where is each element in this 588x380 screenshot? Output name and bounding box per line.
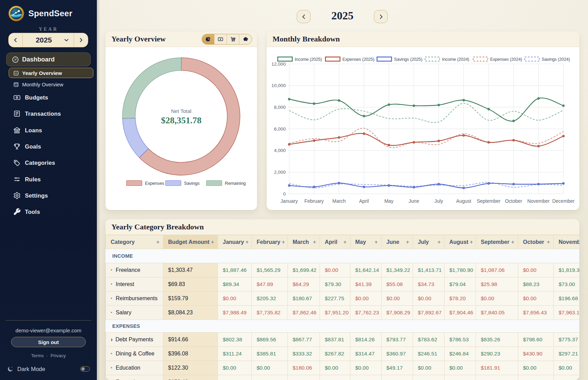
- svg-text:Savings (2025): Savings (2025): [394, 57, 422, 62]
- svg-text:0: 0: [283, 191, 286, 197]
- svg-text:August: August: [456, 198, 471, 204]
- svg-text:Income (2025): Income (2025): [295, 57, 322, 62]
- svg-text:6,000: 6,000: [274, 126, 286, 132]
- svg-text:December: December: [552, 198, 575, 204]
- svg-text:Savings (2024): Savings (2024): [542, 57, 570, 62]
- svg-text:June: June: [408, 198, 419, 204]
- svg-text:8,000: 8,000: [274, 105, 286, 110]
- svg-text:April: April: [359, 198, 369, 204]
- svg-text:4,000: 4,000: [274, 148, 286, 153]
- svg-text:September: September: [477, 198, 500, 204]
- svg-text:Expenses (2025): Expenses (2025): [342, 57, 374, 62]
- svg-text:July: July: [434, 198, 443, 204]
- svg-text:March: March: [332, 198, 346, 204]
- svg-text:February: February: [304, 198, 324, 204]
- svg-text:2,000: 2,000: [274, 170, 286, 175]
- svg-text:Expenses (2024): Expenses (2024): [490, 57, 522, 62]
- svg-text:May: May: [384, 198, 393, 204]
- svg-text:November: November: [527, 198, 550, 204]
- svg-text:12,000: 12,000: [272, 61, 286, 67]
- svg-text:Income (2024): Income (2024): [442, 57, 469, 62]
- svg-text:January: January: [281, 198, 298, 204]
- svg-text:10,000: 10,000: [272, 83, 286, 88]
- svg-text:October: October: [505, 198, 522, 204]
- svg-text:Aug: Aug: [15, 84, 18, 86]
